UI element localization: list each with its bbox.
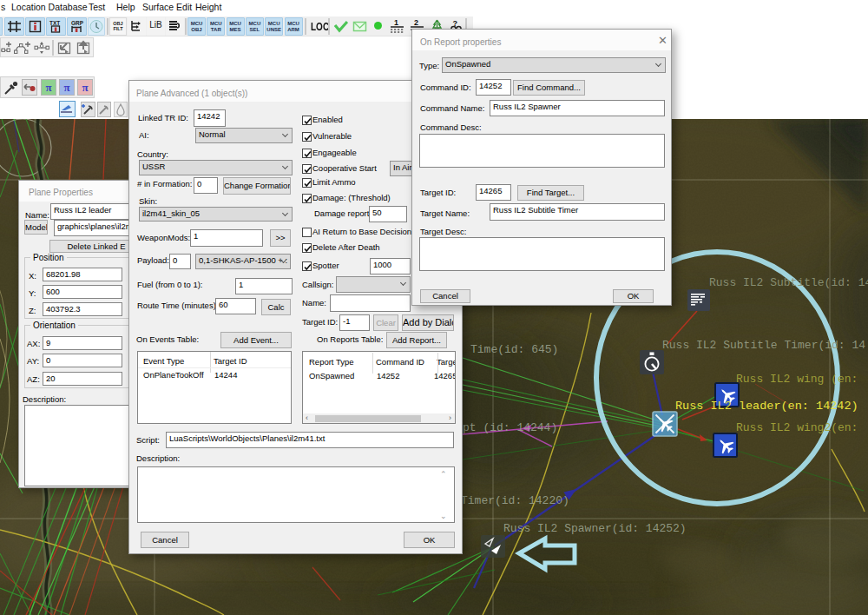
- svg-text:TXT: TXT: [49, 20, 60, 26]
- svg-text:Russ IL2 wing2(en:: Russ IL2 wing2(en:: [736, 421, 858, 434]
- svg-text:Russ IL2 Spawner(id: 14252): Russ IL2 Spawner(id: 14252): [503, 522, 687, 535]
- svg-text:GRP: GRP: [71, 20, 84, 26]
- svg-text:pt (id: 14244): pt (id: 14244): [463, 421, 557, 434]
- svg-text:1: 1: [394, 18, 398, 27]
- svg-text:Russ IL2 wing (en:: Russ IL2 wing (en:: [736, 373, 858, 386]
- svg-text:?: ?: [453, 19, 458, 28]
- svg-text:Russ IL2 Subtitle(id: 14: Russ IL2 Subtitle(id: 14: [709, 276, 868, 289]
- svg-text:Russ IL2 leader(en: 14242): Russ IL2 leader(en: 14242): [675, 400, 858, 413]
- svg-text:Time(id: 645): Time(id: 645): [470, 343, 558, 356]
- svg-text:Timer(id: 14220): Timer(id: 14220): [461, 494, 569, 507]
- svg-text:2: 2: [414, 18, 418, 27]
- svg-text:Russ IL2 Subtitle Timer(id: 14: Russ IL2 Subtitle Timer(id: 14: [662, 339, 865, 352]
